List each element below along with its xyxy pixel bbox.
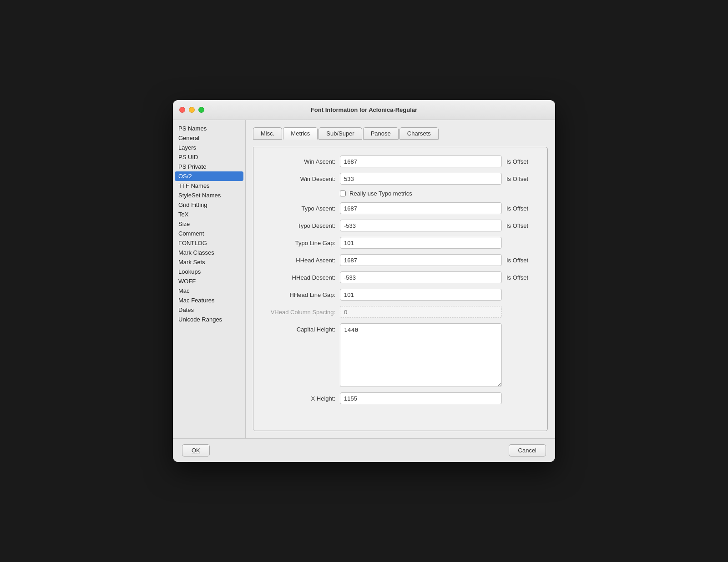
hhead-ascent-input[interactable]: [340, 254, 502, 266]
sidebar-item-fontlog[interactable]: FONTLOG: [173, 238, 245, 248]
sidebar-item-ps-names[interactable]: PS Names: [173, 124, 245, 133]
hhead-line-gap-input[interactable]: [340, 289, 502, 301]
typo-metrics-checkbox[interactable]: [340, 191, 346, 196]
win-descent-input[interactable]: [340, 173, 502, 185]
sidebar-item-lookups[interactable]: Lookups: [173, 267, 245, 276]
win-descent-row: Win Descent: Is Offset: [263, 173, 538, 185]
window-title: Font Information for Aclonica-Regular: [311, 106, 417, 113]
sidebar-item-tex[interactable]: TeX: [173, 210, 245, 219]
hhead-descent-row: HHead Descent: Is Offset: [263, 271, 538, 283]
typo-descent-input[interactable]: [340, 220, 502, 231]
sidebar-item-styleset-names[interactable]: StyleSet Names: [173, 191, 245, 200]
typo-descent-offset: Is Offset: [506, 222, 538, 229]
typo-ascent-offset: Is Offset: [506, 205, 538, 212]
hhead-descent-input[interactable]: [340, 271, 502, 283]
vhead-col-spacing-row: VHead Column Spacing:: [263, 306, 538, 318]
sidebar-item-ps-private[interactable]: PS Private: [173, 162, 245, 171]
hhead-line-gap-label: HHead Line Gap:: [263, 291, 335, 298]
win-ascent-input[interactable]: [340, 156, 502, 167]
win-ascent-row: Win Ascent: Is Offset: [263, 156, 538, 167]
typo-ascent-label: Typo Ascent:: [263, 205, 335, 212]
typo-line-gap-label: Typo Line Gap:: [263, 240, 335, 246]
vhead-col-spacing-label: VHead Column Spacing:: [263, 309, 335, 316]
typo-ascent-row: Typo Ascent: Is Offset: [263, 202, 538, 214]
traffic-lights: [179, 107, 204, 113]
sidebar-item-mac[interactable]: Mac: [173, 286, 245, 296]
typo-metrics-row: Really use Typo metrics: [263, 190, 538, 197]
hhead-ascent-label: HHead Ascent:: [263, 257, 335, 264]
close-button[interactable]: [179, 107, 185, 113]
capital-height-row: Capital Height: 1440: [263, 323, 538, 387]
sidebar-item-ps-uid[interactable]: PS UID: [173, 152, 245, 162]
sidebar-item-mark-classes[interactable]: Mark Classes: [173, 248, 245, 257]
x-height-input[interactable]: [340, 392, 502, 404]
sidebar: PS NamesGeneralLayersPS UIDPS PrivateOS/…: [173, 120, 246, 438]
sidebar-item-os/2[interactable]: OS/2: [175, 171, 243, 181]
tab-panose[interactable]: Panose: [363, 127, 399, 140]
sidebar-item-mac-features[interactable]: Mac Features: [173, 296, 245, 305]
win-descent-label: Win Descent:: [263, 176, 335, 182]
typo-descent-label: Typo Descent:: [263, 222, 335, 229]
typo-ascent-input[interactable]: [340, 202, 502, 214]
typo-descent-row: Typo Descent: Is Offset: [263, 220, 538, 231]
sidebar-item-mark-sets[interactable]: Mark Sets: [173, 257, 245, 267]
sidebar-item-ttf-names[interactable]: TTF Names: [173, 181, 245, 191]
hhead-line-gap-row: HHead Line Gap:: [263, 289, 538, 301]
sidebar-item-dates[interactable]: Dates: [173, 305, 245, 315]
hhead-ascent-offset: Is Offset: [506, 257, 538, 264]
hhead-descent-offset: Is Offset: [506, 274, 538, 281]
x-height-row: X Height:: [263, 392, 538, 404]
sidebar-item-unicode-ranges[interactable]: Unicode Ranges: [173, 315, 245, 324]
sidebar-item-layers[interactable]: Layers: [173, 143, 245, 152]
sidebar-item-general[interactable]: General: [173, 133, 245, 143]
sidebar-item-woff[interactable]: WOFF: [173, 276, 245, 286]
capital-height-input[interactable]: 1440: [340, 323, 502, 387]
hhead-ascent-row: HHead Ascent: Is Offset: [263, 254, 538, 266]
cancel-button[interactable]: Cancel: [509, 444, 546, 457]
win-ascent-label: Win Ascent:: [263, 158, 335, 165]
sidebar-item-comment[interactable]: Comment: [173, 229, 245, 238]
hhead-descent-label: HHead Descent:: [263, 274, 335, 281]
tab-charsets[interactable]: Charsets: [399, 127, 439, 140]
minimize-button[interactable]: [189, 107, 195, 113]
typo-metrics-label: Really use Typo metrics: [349, 190, 412, 197]
tab-sub-super[interactable]: Sub/Super: [318, 127, 362, 140]
footer: OK Cancel: [173, 438, 555, 462]
tab-misc-[interactable]: Misc.: [253, 127, 282, 140]
titlebar: Font Information for Aclonica-Regular: [173, 100, 555, 120]
capital-height-label: Capital Height:: [263, 323, 335, 333]
main-panel: Misc.MetricsSub/SuperPanoseCharsets Win …: [246, 120, 555, 438]
content-area: PS NamesGeneralLayersPS UIDPS PrivateOS/…: [173, 120, 555, 438]
typo-line-gap-row: Typo Line Gap:: [263, 237, 538, 249]
sidebar-item-grid-fitting[interactable]: Grid Fitting: [173, 200, 245, 210]
win-ascent-offset: Is Offset: [506, 158, 538, 165]
ok-button[interactable]: OK: [182, 444, 210, 457]
maximize-button[interactable]: [198, 107, 204, 113]
sidebar-item-size[interactable]: Size: [173, 219, 245, 229]
tab-metrics[interactable]: Metrics: [283, 127, 318, 140]
win-descent-offset: Is Offset: [506, 176, 538, 182]
x-height-label: X Height:: [263, 395, 335, 402]
tab-content: Win Ascent: Is Offset Win Descent: Is Of…: [253, 147, 548, 431]
tab-bar: Misc.MetricsSub/SuperPanoseCharsets: [253, 127, 548, 140]
typo-line-gap-input[interactable]: [340, 237, 502, 249]
vhead-col-spacing-input[interactable]: [340, 306, 502, 318]
window: Font Information for Aclonica-Regular PS…: [173, 100, 555, 462]
